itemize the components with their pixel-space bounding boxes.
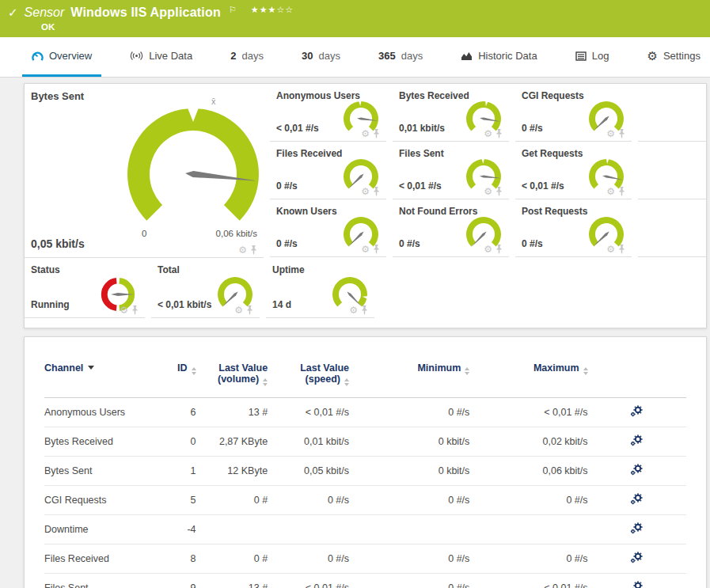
settings-gear-icon[interactable]: ⚙ [120, 305, 128, 315]
channel-settings-icon[interactable] [630, 464, 644, 476]
column-header-last-value--volume[interactable]: Last Value(volume) [199, 359, 271, 398]
channel-settings-icon[interactable] [630, 522, 644, 534]
settings-gear-icon[interactable]: ⚙ [234, 305, 243, 315]
maximum: 0 #/s [473, 544, 590, 574]
check-icon: ✓ [8, 5, 18, 21]
tab-label: Overview [49, 50, 92, 62]
sort-icon [344, 378, 349, 386]
gauge-value: Running [31, 299, 70, 310]
tab-overview[interactable]: Overview [22, 37, 101, 77]
tab-live-data[interactable]: Live Data [120, 37, 202, 77]
channel-settings-icon[interactable] [630, 493, 644, 505]
settings-gear-icon[interactable]: ⚙ [606, 245, 615, 254]
channel-settings-icon[interactable] [630, 581, 644, 588]
tab-label: days [318, 50, 340, 62]
settings-gear-icon[interactable]: ⚙ [238, 245, 247, 255]
maximum: 0,02 kbit/s [473, 427, 590, 457]
gauge-value: 0 #/s [276, 180, 298, 192]
channel-settings-icon[interactable] [630, 405, 644, 417]
tab-30-days[interactable]: 30days [292, 37, 350, 77]
channel-settings-cell [591, 486, 686, 515]
column-header-settings [591, 359, 686, 398]
settings-gear-icon[interactable]: ⚙ [606, 129, 615, 138]
maximum: 0,06 kbit/s [473, 457, 590, 486]
channel-id: 9 [158, 574, 199, 588]
pin-icon[interactable] [361, 305, 368, 315]
sort-icon [583, 367, 588, 375]
gauge-cell-files-sent: Files Sent< 0,01 #/s⚙ [393, 142, 509, 199]
column-header-id[interactable]: ID [158, 359, 199, 398]
settings-gear-icon[interactable]: ⚙ [484, 245, 492, 254]
minimum: 0 kbit/s [352, 427, 473, 457]
tab-label: Historic Data [478, 50, 537, 62]
pin-icon[interactable] [373, 245, 380, 254]
gauge-label: Uptime [272, 264, 305, 275]
pin-icon[interactable] [250, 245, 257, 255]
last-value-speed: 0,01 kbit/s [271, 427, 352, 457]
settings-gear-icon[interactable]: ⚙ [361, 187, 370, 196]
pin-icon[interactable] [246, 305, 253, 315]
last-value-volume: 0 # [199, 544, 271, 574]
tab-2-days[interactable]: 2days [221, 37, 273, 77]
sort-icon [263, 378, 268, 386]
channel-settings-cell [591, 544, 686, 574]
settings-gear-icon[interactable]: ⚙ [484, 129, 492, 138]
gauge-cell-files-received: Files Received0 #/s⚙ [270, 142, 386, 199]
gauge-cell-not-found-errors: Not Found Errors0 #/s⚙ [393, 199, 509, 257]
tab-number: 365 [378, 50, 396, 62]
last-value-speed: 0 #/s [271, 486, 352, 515]
gauge-label: Known Users [276, 206, 337, 217]
gauge-cell-get-requests: Get Requests< 0,01 #/s⚙ [515, 142, 632, 199]
last-value-speed: 0,05 kbit/s [271, 457, 352, 486]
column-header-maximum[interactable]: Maximum [473, 359, 590, 398]
tab-settings[interactable]: ⚙Settings [637, 37, 709, 77]
pin-icon[interactable] [495, 129, 503, 138]
gauge-cell-uptime: Uptime14 d⚙ [266, 258, 374, 318]
channel-name: Anonymous Users [44, 398, 158, 427]
pin-icon[interactable] [495, 187, 503, 196]
settings-gear-icon[interactable]: ⚙ [349, 305, 358, 315]
last-value-volume [199, 515, 271, 544]
channel-settings-cell [591, 427, 686, 457]
sensor-kind-label: Sensor [25, 5, 65, 21]
tab-log[interactable]: Log [566, 37, 619, 77]
pin-icon[interactable] [373, 187, 380, 196]
settings-gear-icon[interactable]: ⚙ [606, 187, 615, 196]
pin-icon[interactable] [373, 129, 380, 138]
column-header-channel[interactable]: Channel [44, 359, 158, 398]
minimum: 0 #/s [352, 398, 473, 427]
channel-settings-icon[interactable] [630, 552, 644, 563]
last-value-speed: < 0,01 #/s [271, 398, 352, 427]
column-header-minimum[interactable]: Minimum [352, 359, 473, 398]
gauge-cell-post-requests: Post Requests0 #/s⚙ [515, 199, 632, 257]
tab-label: days [401, 50, 423, 62]
gauge-cell-empty [638, 142, 707, 199]
sensor-title: Windows IIS Application [70, 5, 221, 21]
settings-gear-icon[interactable]: ⚙ [361, 245, 370, 254]
gauge-scale: 0 0,06 kbit/s [142, 229, 257, 238]
channel-settings-icon[interactable] [630, 434, 644, 446]
gauge-cell-total: Total< 0,01 kbit/s⚙ [151, 258, 260, 318]
gauges-overview-panel: Bytes Sent x̄ 0 0,06 kbit/s 0,05 kbit/s … [24, 83, 707, 328]
tab-365-days[interactable]: 365days [369, 37, 432, 77]
pin-icon[interactable] [618, 187, 625, 196]
broadcast-icon [130, 51, 143, 61]
pin-icon[interactable] [618, 245, 625, 254]
pin-icon[interactable] [131, 305, 139, 315]
channel-id: -4 [158, 515, 199, 544]
gauge-value: 0,05 kbit/s [31, 237, 85, 250]
pin-icon[interactable] [618, 129, 625, 138]
channel-name: Files Sent [44, 574, 158, 588]
last-value-volume: 12 KByte [199, 457, 271, 486]
gauge-value: 0 #/s [276, 238, 298, 249]
tab-historic-data[interactable]: Historic Data [451, 37, 546, 77]
column-header-last-value--speed[interactable]: Last Value(speed) [271, 359, 352, 398]
priority-stars[interactable]: ★★★☆☆ [251, 5, 294, 15]
pin-icon[interactable] [495, 245, 503, 254]
settings-gear-icon[interactable]: ⚙ [361, 129, 370, 138]
flag-icon[interactable]: ⚐ [229, 5, 237, 14]
channel-settings-cell [591, 398, 686, 427]
gauge-label: Post Requests [522, 206, 587, 217]
settings-gear-icon[interactable]: ⚙ [484, 187, 492, 196]
sort-desc-icon [88, 366, 94, 370]
